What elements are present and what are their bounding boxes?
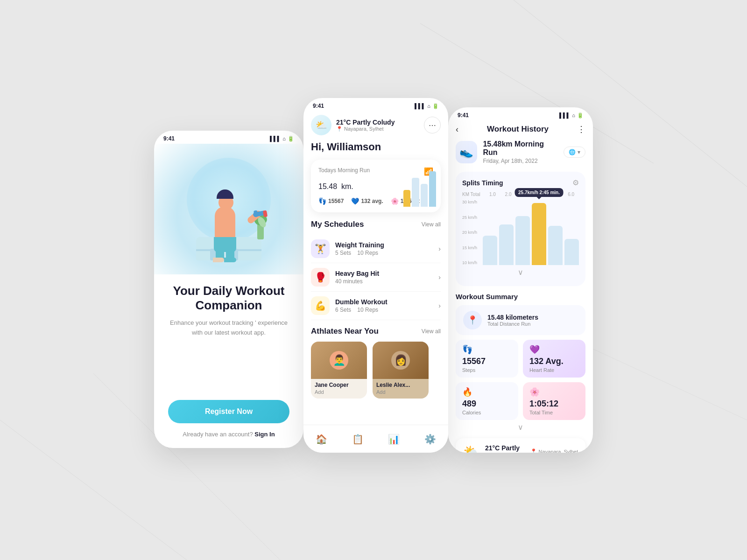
workout-hero-info: 15.48km Morning Run Friday, Apr 18th, 20… (483, 140, 558, 164)
bar-6 (564, 239, 579, 265)
more-button[interactable]: ⋯ (424, 117, 441, 133)
bar-4: 25.7km/h 2:45 min. (532, 203, 546, 265)
steps-label: Steps (462, 367, 512, 373)
language-selector[interactable]: 🌐 ▾ (564, 147, 585, 158)
heart-stat-icon: 💜 (529, 344, 579, 355)
athlete-card-0: 👨‍🦱 Jane Cooper Add (311, 342, 367, 399)
bar-3 (515, 216, 530, 265)
schedule-icon-0: 🏋️ (311, 239, 330, 258)
summary-section: Workout Summary 📍 15.48 kilometers Total… (456, 293, 585, 432)
onboarding-content: Your Daily Workout Companion Enhance you… (154, 144, 303, 447)
splits-title: Splits Timing (462, 179, 503, 187)
calories-label: Calories (462, 410, 512, 415)
schedule-icon-1: 🥊 (311, 268, 330, 287)
calories-value: 489 (462, 399, 512, 409)
steps-stat: 👣 15567 (318, 197, 344, 205)
athlete-img-0: 👨‍🦱 (311, 342, 367, 379)
athlete-add-1[interactable]: Add (373, 389, 429, 399)
bars-area: 25.7km/h 2:45 min. (483, 200, 579, 265)
register-button[interactable]: Register Now (168, 400, 289, 423)
athlete-name-1: Leslie Alex... (373, 379, 429, 389)
athlete-cards: 👨‍🦱 Jane Cooper Add 👩 Leslie Alex... Add (311, 342, 441, 399)
footer-temp: 21°C Partly Coludy (485, 444, 525, 453)
schedules-list: 🏋️ Weight Training 5 Sets 10 Reps › 🥊 He… (311, 235, 441, 320)
phone-onboarding: 9:41 ▌▌▌ ⌂ 🔋 (154, 131, 303, 448)
time-label: Total Time (529, 410, 579, 415)
battery-icon-3: 🔋 (577, 112, 584, 119)
workout-hero: 👟 15.48km Morning Run Friday, Apr 18th, … (456, 140, 585, 164)
dashboard-content: ⛅ 21°C Partly Coludy 📍 Nayapara, Sylhet … (303, 111, 448, 399)
phone-dashboard: 9:41 ▌▌▌ ⌂ 🔋 ⛅ 21°C Partly Coludy 📍 Naya… (303, 98, 448, 453)
workout-date: Friday, Apr 18th, 2022 (483, 158, 558, 164)
heart-value: 132 Avg. (529, 357, 579, 366)
back-button[interactable]: ‹ (456, 125, 458, 134)
calories-icon: 🔥 (462, 387, 512, 397)
wifi-icon-3: ⌂ (572, 112, 575, 118)
schedule-item-2[interactable]: 💪 Dumble Workout 6 Sets 10 Reps › (311, 292, 441, 320)
schedule-info-1: Heavy Bag Hit 40 minutes (335, 270, 433, 285)
status-icons-1: ▌▌▌ ⌂ 🔋 (270, 136, 294, 142)
athletes-section: Athlates Near You View all 👨‍🦱 Jane Coop… (311, 327, 441, 399)
heart-label: Heart Rate (529, 367, 579, 373)
signal-icon-2: ▌▌▌ (415, 103, 425, 109)
onboarding-subtitle: Enhance your workout tracking ' experien… (168, 318, 289, 338)
stat-steps: 👣 15567 Steps (456, 340, 518, 378)
signin-link[interactable]: Sign In (254, 431, 275, 438)
weather-temp: 21°C Partly Coludy (336, 119, 395, 126)
signal-icon-3: ▌▌▌ (559, 112, 570, 118)
chart-expand-button[interactable]: ∨ (462, 268, 579, 277)
workout-title: 15.48km Morning Run (483, 140, 558, 157)
athletes-title: Athlates Near You (311, 327, 379, 336)
heart-icon: 💙 (351, 197, 359, 205)
schedule-item-1[interactable]: 🥊 Heavy Bag Hit 40 minutes › (311, 263, 441, 292)
illustration-area (154, 144, 303, 274)
battery-icon: 🔋 (288, 136, 294, 142)
status-bar-3: 9:41 ▌▌▌ ⌂ 🔋 (448, 107, 593, 120)
stat-calories: 🔥 489 Calories (456, 382, 518, 420)
schedule-icon-2: 💪 (311, 296, 330, 315)
time-value: 1:05:12 (529, 399, 579, 409)
schedules-view-all[interactable]: View all (422, 221, 441, 228)
nav-home[interactable]: 🏠 (316, 434, 327, 445)
schedule-item-0[interactable]: 🏋️ Weight Training 5 Sets 10 Reps › (311, 235, 441, 263)
phones-container: 9:41 ▌▌▌ ⌂ 🔋 (154, 107, 593, 453)
schedule-info-2: Dumble Workout 6 Sets 10 Reps (335, 298, 433, 313)
summary-expand-button[interactable]: ∨ (456, 423, 585, 432)
weather-footer-icon: ⛅ (463, 444, 479, 453)
signal-icon: ▌▌▌ (270, 136, 281, 141)
distance-label: Total Distance Run (487, 321, 538, 327)
athlete-img-1: 👩 (373, 342, 429, 379)
footer-location: 📍 Nayapara, Sylhet (530, 448, 578, 453)
nav-settings[interactable]: ⚙️ (424, 434, 436, 445)
stat-heart: 💜 132 Avg. Heart Rate (523, 340, 585, 378)
splits-card: Splits Timing ⚙ KM Total 1.0 2.0 3.0 4.0… (456, 172, 585, 286)
schedule-arrow-2: › (438, 302, 441, 309)
athlete-add-0[interactable]: Add (311, 389, 367, 399)
weather-bar: ⛅ 21°C Partly Coludy 📍 Nayapara, Sylhet … (311, 111, 441, 141)
distance-value: 15.48 kilometers (487, 314, 538, 321)
time-icon: 🌸 (391, 197, 399, 205)
weather-footer-info: 21°C Partly Coludy (485, 444, 525, 453)
nav-list[interactable]: 📋 (352, 434, 364, 445)
distance-summary: 📍 15.48 kilometers Total Distance Run (456, 305, 585, 335)
stats-grid: 👣 15567 Steps 💜 132 Avg. Heart Rate 🔥 48… (456, 340, 585, 420)
nav-stats[interactable]: 📊 (388, 434, 400, 445)
time-stat-icon: 🌸 (529, 387, 579, 397)
schedule-arrow-1: › (438, 273, 441, 281)
status-icons-2: ▌▌▌ ⌂ 🔋 (415, 103, 439, 109)
athletes-header: Athlates Near You View all (311, 327, 441, 336)
history-header: ‹ Workout History ⋮ (456, 120, 585, 140)
onboarding-text: Your Daily Workout Companion Enhance you… (154, 274, 303, 447)
time-1: 9:41 (163, 135, 175, 142)
status-icons-3: ▌▌▌ ⌂ 🔋 (559, 112, 584, 119)
schedule-arrow-0: › (438, 245, 441, 252)
bar-1 (483, 236, 497, 265)
weather-info: 21°C Partly Coludy 📍 Nayapara, Sylhet (336, 119, 395, 132)
more-dots-button[interactable]: ⋮ (577, 124, 585, 134)
splits-gear-icon[interactable]: ⚙ (572, 178, 579, 187)
distance-info: 15.48 kilometers Total Distance Run (487, 314, 538, 327)
athletes-view-all[interactable]: View all (422, 328, 441, 335)
onboarding-title: Your Daily Workout Companion (168, 284, 289, 313)
splits-header: Splits Timing ⚙ (462, 178, 579, 187)
steps-value: 15567 (462, 357, 512, 366)
